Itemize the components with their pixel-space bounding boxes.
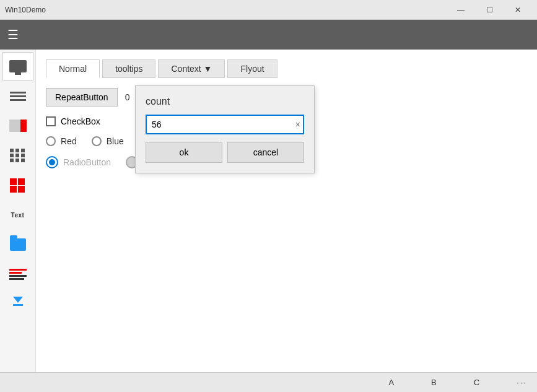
app-title: Win10Demo xyxy=(5,6,46,14)
radio-blue-label: Blue xyxy=(107,136,124,146)
main-layout: Text Normal tooltips Context ▼ Flyout xyxy=(0,50,537,372)
tab-tooltips[interactable]: tooltips xyxy=(102,59,155,78)
dialog-title: count xyxy=(146,96,304,107)
header-bar: ☰ xyxy=(0,20,537,50)
monitor-icon xyxy=(9,60,27,72)
checkbox-label: CheckBox xyxy=(61,116,100,126)
status-bar: A B C ··· xyxy=(0,372,537,392)
status-item-a[interactable]: A xyxy=(388,378,394,387)
radio-blue[interactable]: Blue xyxy=(92,136,124,146)
radio-red-circle xyxy=(46,136,56,146)
radio-red[interactable]: Red xyxy=(46,136,77,146)
hamburger-icon[interactable]: ☰ xyxy=(7,28,19,41)
folder-icon xyxy=(10,238,26,251)
sidebar-item-download[interactable] xyxy=(2,290,33,318)
textlines-icon xyxy=(9,269,27,280)
tab-flyout[interactable]: Flyout xyxy=(227,59,277,78)
sidebar: Text xyxy=(0,50,36,372)
status-item-c[interactable]: C xyxy=(474,378,479,387)
lines-icon xyxy=(10,92,26,101)
sidebar-item-lines[interactable] xyxy=(2,82,33,110)
content-area: Normal tooltips Context ▼ Flyout RepeatB… xyxy=(36,50,537,372)
radiobutton-1-circle xyxy=(46,156,58,168)
sidebar-item-textlines[interactable] xyxy=(2,260,33,289)
dialog-input[interactable] xyxy=(146,115,304,134)
sidebar-item-grid[interactable] xyxy=(2,141,33,170)
title-bar-controls: — ☐ ✕ xyxy=(447,0,532,20)
status-item-b[interactable]: B xyxy=(431,378,437,387)
dialog-input-wrapper: × xyxy=(146,115,304,134)
dialog-clear-button[interactable]: × xyxy=(295,120,300,129)
radiobutton-1-dot xyxy=(49,159,55,165)
radiobutton-1[interactable]: RadioButton xyxy=(46,156,111,168)
redbar-icon xyxy=(9,120,27,132)
close-button[interactable]: ✕ xyxy=(504,0,532,20)
download-icon xyxy=(12,297,24,311)
tab-bar: Normal tooltips Context ▼ Flyout xyxy=(46,59,527,78)
grid-icon xyxy=(10,149,26,162)
sidebar-item-monitor[interactable] xyxy=(2,52,33,81)
squares-icon xyxy=(10,178,26,193)
dialog-ok-button[interactable]: ok xyxy=(146,142,222,163)
radio-red-label: Red xyxy=(61,136,77,146)
tab-normal[interactable]: Normal xyxy=(46,59,100,78)
radiobutton-1-label: RadioButton xyxy=(63,157,111,167)
checkbox-input[interactable] xyxy=(46,116,56,126)
minimize-button[interactable]: — xyxy=(447,0,475,20)
dialog-cancel-button[interactable]: cancel xyxy=(227,142,304,163)
sidebar-item-redbar[interactable] xyxy=(2,111,33,140)
radio-blue-circle xyxy=(92,136,102,146)
sidebar-item-text[interactable]: Text xyxy=(2,201,33,229)
title-bar-title: Win10Demo xyxy=(5,6,46,14)
text-icon-label: Text xyxy=(11,212,25,219)
title-bar: Win10Demo — ☐ ✕ xyxy=(0,0,537,20)
repeat-count: 0 xyxy=(125,92,130,102)
repeat-button[interactable]: RepeatButton xyxy=(46,88,118,107)
sidebar-item-squares[interactable] xyxy=(2,171,33,199)
sidebar-item-folder[interactable] xyxy=(2,230,33,259)
status-dots[interactable]: ··· xyxy=(517,378,527,387)
dialog-buttons: ok cancel xyxy=(146,142,304,163)
tab-context[interactable]: Context ▼ xyxy=(158,59,225,78)
dialog-overlay: count × ok cancel xyxy=(135,85,315,173)
maximize-button[interactable]: ☐ xyxy=(475,0,504,20)
